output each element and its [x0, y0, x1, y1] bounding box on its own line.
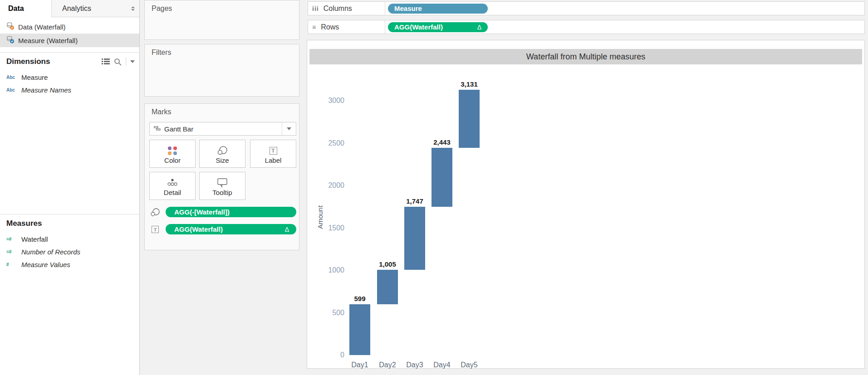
- datasource-label: Measure (Waterfall): [18, 37, 78, 44]
- tableau-workbook-window: Data Analytics Data (Waterfall)Measure (…: [0, 0, 868, 375]
- dimension-field-1[interactable]: AbcMeasure: [0, 71, 139, 83]
- dimensions-list: AbcMeasureAbcMeasure Names: [0, 71, 139, 96]
- columns-shelf-label: Columns: [324, 5, 352, 13]
- tab-analytics[interactable]: Analytics: [51, 0, 139, 17]
- chart-view: Waterfall from Multiple measures Amount …: [307, 40, 865, 369]
- marks-button-label[interactable]: TLabel: [250, 140, 296, 168]
- marks-button-label: Size: [216, 156, 229, 164]
- size-icon: [217, 145, 228, 156]
- abc-field-icon: Abc: [6, 75, 17, 80]
- view-list-icon[interactable]: [102, 58, 110, 65]
- marks-pill-2[interactable]: AGG(Waterfall)Δ: [166, 224, 296, 234]
- marks-button-label: Tooltip: [212, 189, 232, 196]
- field-label: Waterfall: [21, 235, 48, 243]
- pill-label: AGG(-[Waterfall]): [174, 208, 230, 216]
- marks-pill-row-2: TAGG(Waterfall)Δ: [145, 224, 299, 234]
- marks-button-tooltip[interactable]: Tooltip: [199, 172, 245, 200]
- bar-value-label: 3,131: [451, 80, 487, 88]
- y-axis-tick-label: 2500: [313, 139, 344, 147]
- y-axis-tick-label: 1000: [313, 266, 344, 274]
- gantt-bar-icon: [154, 126, 161, 131]
- x-axis-category-label: Day3: [401, 361, 428, 369]
- datasource-item-2[interactable]: Measure (Waterfall): [0, 34, 139, 47]
- chart-title-banner: Waterfall from Multiple measures: [309, 49, 862, 64]
- y-axis-tick-label: 1500: [313, 224, 344, 232]
- bar-value-label: 1,005: [369, 260, 406, 268]
- columns-shelf-label-zone: iii Columns: [308, 2, 385, 15]
- rows-icon: ≡: [312, 24, 316, 31]
- marks-pill-row-1: AGG(-[Waterfall]): [145, 207, 299, 217]
- marks-button-size[interactable]: Size: [199, 140, 245, 168]
- y-axis-tick-label: 2000: [313, 181, 344, 190]
- field-label: Measure Names: [21, 86, 71, 94]
- bar-value-label: 1,747: [397, 197, 433, 205]
- pages-shelf[interactable]: Pages: [144, 0, 299, 40]
- rows-shelf-label-zone: ≡ Rows: [308, 20, 385, 34]
- x-axis-category-label: Day2: [374, 361, 401, 369]
- tab-analytics-label: Analytics: [62, 5, 91, 13]
- datasource-icon: [6, 22, 15, 31]
- measure-field-2[interactable]: =#Number of Records: [0, 245, 139, 258]
- search-icon[interactable]: [114, 58, 122, 66]
- size-icon: [150, 208, 160, 217]
- rows-pill-agg-waterfall[interactable]: AGG(Waterfall) Δ: [388, 22, 488, 32]
- waterfall-bar-day3[interactable]: [404, 207, 425, 270]
- rows-shelf-label: Rows: [321, 23, 339, 31]
- measure-field-1[interactable]: =#Waterfall: [0, 233, 139, 245]
- mark-type-dropdown[interactable]: Gantt Bar: [149, 122, 296, 136]
- waterfall-bar-day1[interactable]: [349, 304, 370, 355]
- number-field-icon: #: [6, 262, 17, 267]
- datasource-icon: [6, 36, 15, 45]
- rows-pill-label: AGG(Waterfall): [394, 23, 443, 31]
- detail-icon: [167, 178, 178, 188]
- bar-value-label: 599: [342, 295, 378, 302]
- waterfall-bar-day5[interactable]: [459, 90, 480, 148]
- number-field-icon: =#: [6, 249, 17, 254]
- pill-label: AGG(Waterfall): [174, 225, 223, 233]
- marks-pill-1[interactable]: AGG(-[Waterfall]): [166, 207, 296, 217]
- data-pane: Data Analytics Data (Waterfall)Measure (…: [0, 0, 140, 375]
- pill-target-icon: T: [145, 226, 166, 233]
- abc-field-icon: Abc: [6, 88, 17, 93]
- columns-pill-label: Measure: [394, 5, 422, 12]
- datasource-item-1[interactable]: Data (Waterfall): [0, 20, 139, 34]
- columns-shelf: iii Columns Measure: [308, 1, 865, 15]
- tab-data[interactable]: Data: [0, 0, 51, 17]
- divider: [0, 214, 139, 214]
- divider: [126, 58, 126, 66]
- chevron-down-icon[interactable]: [287, 127, 291, 130]
- divider: [0, 52, 139, 53]
- color-icon: [168, 146, 177, 155]
- field-label: Number of Records: [21, 248, 80, 256]
- dimension-field-2[interactable]: AbcMeasure Names: [0, 83, 139, 96]
- pages-title: Pages: [152, 5, 172, 13]
- marks-card: Marks Gantt Bar ColorSizeTLabelDetailToo…: [144, 103, 299, 250]
- x-axis-category-label: Day4: [428, 361, 456, 369]
- tooltip-icon: [217, 178, 228, 188]
- marks-button-detail[interactable]: Detail: [149, 172, 196, 200]
- columns-icon: iii: [312, 5, 319, 12]
- field-label: Measure Values: [21, 261, 70, 268]
- number-field-icon: =#: [6, 237, 17, 242]
- sort-arrows-icon[interactable]: [131, 6, 135, 11]
- mark-type-value: Gantt Bar: [164, 125, 193, 133]
- marks-title: Marks: [152, 108, 172, 116]
- marks-button-color[interactable]: Color: [149, 140, 196, 168]
- filters-shelf[interactable]: Filters: [144, 44, 299, 97]
- label-icon: T: [270, 147, 277, 155]
- waterfall-bar-day2[interactable]: [377, 270, 398, 304]
- dimensions-title: Dimensions: [6, 57, 102, 66]
- x-axis-category-label: Day1: [346, 361, 373, 369]
- waterfall-bar-day4[interactable]: [432, 148, 452, 207]
- chart-title: Waterfall from Multiple measures: [526, 52, 645, 62]
- delta-sort-icon[interactable]: Δ: [477, 24, 481, 31]
- measures-title: Measures: [6, 219, 135, 228]
- measure-field-3[interactable]: #Measure Values: [0, 258, 139, 271]
- marks-button-label: Label: [265, 156, 282, 164]
- field-label: Measure: [21, 73, 48, 81]
- columns-pill-measure[interactable]: Measure: [388, 4, 488, 14]
- datasource-list: Data (Waterfall)Measure (Waterfall): [0, 20, 139, 47]
- chevron-down-icon[interactable]: [130, 60, 135, 63]
- delta-sort-icon[interactable]: Δ: [285, 226, 289, 233]
- y-axis-tick-label: 3000: [313, 97, 344, 105]
